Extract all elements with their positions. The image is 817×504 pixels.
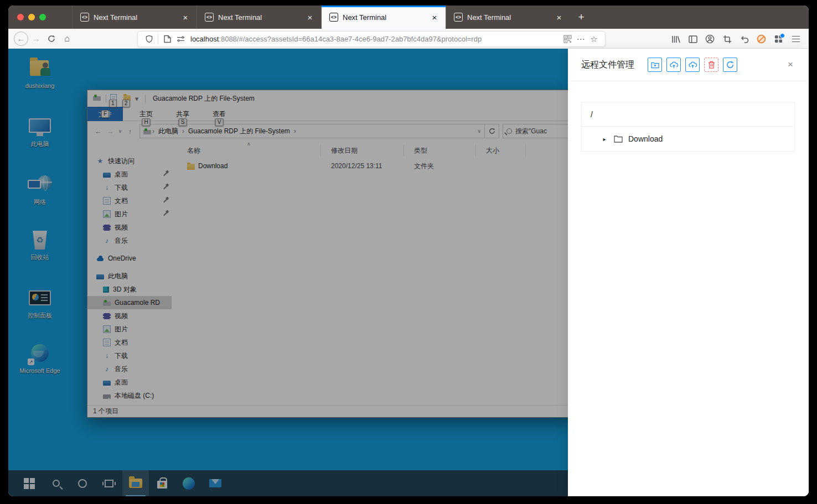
nav-downloads[interactable]: ↓下载 [87, 181, 172, 194]
desktop-icon-control-panel[interactable]: 控制面板 [18, 288, 61, 320]
desktop-icon-edge[interactable]: ↗ Microsoft Edge [18, 343, 61, 375]
task-view-button[interactable] [96, 470, 122, 496]
breadcrumb-this-pc[interactable]: 此电脑 [158, 127, 178, 136]
ribbon-tab-share[interactable]: 共享 S [167, 107, 198, 121]
nav-guacamole-drive[interactable]: Guacamole RD [87, 296, 172, 309]
ribbon-tab-home[interactable]: 主页 H [131, 107, 162, 121]
macos-close-button[interactable] [17, 14, 24, 20]
browser-tab-1[interactable]: <> Next Terminal × [72, 6, 197, 29]
nav-documents[interactable]: 文档 [87, 194, 172, 207]
qat-button-1[interactable]: 1 [110, 94, 119, 103]
current-path[interactable]: / [582, 102, 794, 127]
nav-videos[interactable]: 视频 [87, 221, 172, 234]
permissions-icon[interactable] [174, 33, 187, 46]
explorer-file-list[interactable]: ∧ 名称 修改日期 类型 大小 Download 2020/12/25 13:1… [177, 141, 568, 405]
refresh-button[interactable] [723, 58, 737, 72]
page-info-icon[interactable] [161, 33, 174, 46]
tab-close-icon[interactable]: × [554, 12, 565, 23]
address-refresh-button[interactable] [485, 124, 499, 138]
nav-documents-2[interactable]: 文档 [87, 336, 172, 349]
ribbon-tab-view[interactable]: 查看 V [204, 107, 235, 121]
taskbar-mail[interactable] [202, 470, 229, 496]
address-dropdown-icon[interactable]: ∨ [477, 128, 481, 134]
tree-node-download[interactable]: ▸ Download [582, 127, 794, 151]
rdp-canvas[interactable]: dushixiang 此电脑 网络 ♻ 回收站 控制面板 ↗ Microsoft… [8, 49, 568, 496]
qat-dropdown-icon[interactable]: ▾ [132, 95, 141, 103]
taskbar-file-explorer[interactable] [122, 470, 149, 496]
desktop-icon-this-pc[interactable]: 此电脑 [18, 116, 61, 148]
cortana-button[interactable] [69, 470, 96, 496]
bookmark-star-icon[interactable]: ☆ [587, 33, 601, 46]
upload-file-button[interactable] [666, 58, 681, 72]
nav-local-disk-c[interactable]: 本地磁盘 (C:) [87, 389, 172, 402]
sidebar-toggle-icon[interactable] [684, 32, 701, 47]
address-box[interactable]: › 此电脑 › Guacamole RDP 上的 File-System › ∨ [139, 124, 485, 138]
new-tab-button[interactable]: + [573, 9, 590, 25]
tab-close-icon[interactable]: × [180, 12, 191, 23]
reload-button[interactable] [44, 31, 59, 46]
ribbon-tab-file[interactable]: 文件 F [87, 107, 123, 121]
menu-hamburger-icon[interactable] [787, 32, 804, 47]
undo-send-icon[interactable] [736, 32, 753, 47]
home-button[interactable]: ⌂ [59, 31, 75, 46]
nav-desktop-2[interactable]: 桌面 [87, 376, 172, 389]
url-path: :8088/#/access?assetsId=66a14ca3-8ae7-4c… [219, 35, 482, 43]
url-text[interactable]: localhost:8088/#/access?assetsId=66a14ca… [190, 35, 561, 43]
tab-close-icon[interactable]: × [429, 12, 440, 23]
nav-pictures-2[interactable]: 图片 [87, 323, 172, 336]
explorer-search-box[interactable]: 搜索"Guac [503, 124, 568, 138]
desktop-icon-dushixiang[interactable]: dushixiang [18, 58, 61, 90]
qat-button-2[interactable]: 2 [123, 94, 132, 103]
drawer-close-icon[interactable]: × [784, 59, 797, 71]
macos-minimize-button[interactable] [28, 14, 35, 20]
nav-quick-access[interactable]: 快速访问 [87, 154, 172, 168]
browser-tab-3-active[interactable]: <> Next Terminal × [321, 6, 446, 29]
desktop-icon-network[interactable]: 网络 [18, 174, 61, 206]
column-header-modified[interactable]: 修改日期 [321, 144, 404, 157]
breadcrumb-current[interactable]: Guacamole RDP 上的 File-System [188, 127, 290, 136]
nav-music-2[interactable]: ♪音乐 [87, 362, 172, 376]
nav-pictures[interactable]: 图片 [87, 207, 172, 221]
nav-videos-2[interactable]: 视频 [87, 309, 172, 323]
forward-button[interactable]: → [28, 31, 44, 46]
browser-tab-2[interactable]: <> Next Terminal × [197, 6, 321, 29]
tab-close-icon[interactable]: × [304, 12, 316, 23]
page-actions-icon[interactable]: ⋯ [574, 33, 587, 46]
nav-downloads-2[interactable]: ↓下载 [87, 349, 172, 362]
desktop-icon-recycle-bin[interactable]: ♻ 回收站 [18, 230, 61, 262]
file-row-download[interactable]: Download 2020/12/25 13:11 文件夹 [177, 160, 476, 172]
column-header-size[interactable]: 大小 [476, 144, 526, 157]
taskbar-store[interactable] [149, 470, 175, 496]
taskbar-edge[interactable] [175, 470, 202, 496]
explorer-titlebar[interactable]: 1 2 ▾ Guacamole RDP 上的 File-System [87, 90, 568, 107]
back-button[interactable]: ← [14, 32, 28, 46]
url-bar[interactable]: localhost:8088/#/access?assetsId=66a14ca… [137, 31, 606, 47]
taskbar-search-button[interactable] [43, 470, 69, 496]
extensions-icon[interactable] [770, 32, 787, 47]
nav-3d-objects[interactable]: 3D 对象 [87, 283, 172, 296]
qr-code-icon[interactable] [561, 33, 574, 46]
library-icon[interactable] [667, 32, 684, 47]
explorer-window[interactable]: 1 2 ▾ Guacamole RDP 上的 File-System 文件 F [87, 90, 568, 418]
account-icon[interactable] [701, 32, 718, 47]
recent-locations-icon[interactable]: ∨ [116, 128, 124, 134]
explorer-forward-icon[interactable]: → [104, 127, 116, 136]
macos-zoom-button[interactable] [39, 14, 46, 20]
nav-desktop[interactable]: 桌面 [87, 168, 172, 181]
nav-this-pc[interactable]: 此电脑 [87, 269, 172, 283]
delete-button[interactable] [704, 58, 718, 72]
tab-title: Next Terminal [467, 13, 554, 22]
explorer-up-icon[interactable]: ↑ [124, 127, 136, 136]
nav-music[interactable]: ♪音乐 [87, 234, 172, 247]
blocked-extension-icon[interactable] [753, 32, 770, 47]
column-header-type[interactable]: 类型 [404, 144, 476, 157]
explorer-back-icon[interactable]: ← [92, 127, 104, 136]
upload-folder-button[interactable] [685, 58, 700, 72]
screenshot-crop-icon[interactable] [718, 32, 736, 47]
new-folder-button[interactable] [648, 58, 662, 72]
browser-tab-4[interactable]: <> Next Terminal × [446, 6, 570, 29]
nav-onedrive[interactable]: OneDrive [87, 252, 172, 265]
sort-ascending-icon[interactable]: ∧ [247, 141, 251, 147]
tree-caret-icon[interactable]: ▸ [601, 136, 608, 142]
start-button[interactable] [16, 470, 43, 496]
